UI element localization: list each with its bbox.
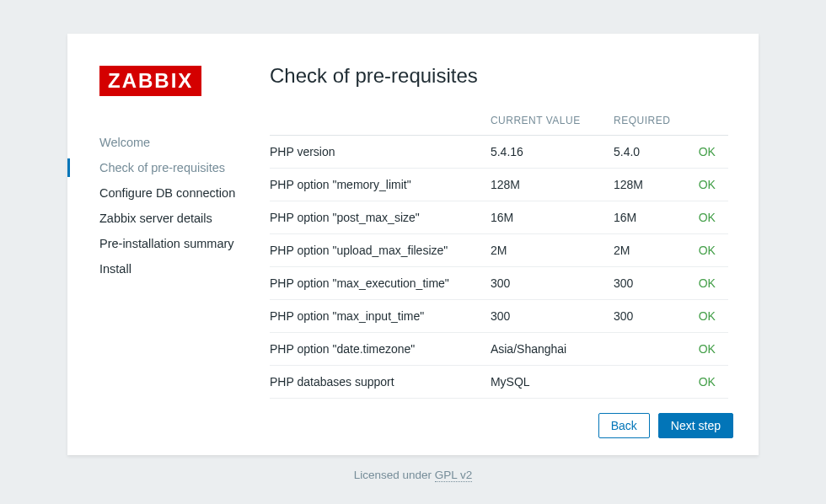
installer-card: ZABBIX WelcomeCheck of pre-requisitesCon… <box>67 34 759 455</box>
license-link[interactable]: GPL v2 <box>435 469 473 482</box>
table-row: PHP version5.4.165.4.0OK <box>270 136 728 169</box>
cell-check: PHP option "max_input_time" <box>270 300 491 333</box>
back-button[interactable]: Back <box>598 413 650 438</box>
cell-required <box>614 333 699 366</box>
cell-current-value: 300 <box>491 267 614 300</box>
cell-current-value: 2M <box>491 234 614 267</box>
license-prefix: Licensed under <box>354 469 435 481</box>
cell-check: PHP option "memory_limit" <box>270 169 491 201</box>
cell-required: 300 <box>614 267 699 300</box>
cell-check: PHP option "max_execution_time" <box>270 267 491 300</box>
cell-status: OK <box>699 169 728 201</box>
th-check <box>270 106 491 136</box>
sidebar-step[interactable]: Zabbix server details <box>99 206 263 231</box>
cell-status: OK <box>699 300 728 333</box>
cell-check: PHP version <box>270 136 491 169</box>
cell-required <box>614 366 699 399</box>
cell-current-value: 16M <box>491 201 614 234</box>
cell-status: OK <box>699 234 728 267</box>
table-row: PHP option "max_input_time"300300OK <box>270 300 728 333</box>
license-text: Licensed under GPL v2 <box>354 469 473 481</box>
prereq-table-wrap[interactable]: CURRENT VALUE REQUIRED PHP version5.4.16… <box>270 106 733 399</box>
th-current-value: CURRENT VALUE <box>491 106 614 136</box>
cell-current-value: 128M <box>491 169 614 201</box>
sidebar-step[interactable]: Welcome <box>99 130 263 155</box>
table-row: PHP option "post_max_size"16M16MOK <box>270 201 728 234</box>
cell-check: PHP databases support <box>270 366 491 399</box>
step-list: WelcomeCheck of pre-requisitesConfigure … <box>99 130 263 281</box>
sidebar: ZABBIX WelcomeCheck of pre-requisitesCon… <box>67 66 263 438</box>
next-step-button[interactable]: Next step <box>658 413 733 438</box>
sidebar-step[interactable]: Pre-installation summary <box>99 231 263 256</box>
sidebar-step[interactable]: Check of pre-requisites <box>99 155 263 180</box>
th-required: REQUIRED <box>614 106 699 136</box>
cell-required: 128M <box>614 169 699 201</box>
footer-buttons: Back Next step <box>270 399 733 438</box>
cell-status: OK <box>699 136 728 169</box>
cell-current-value: MySQL <box>491 366 614 399</box>
table-row: PHP option "max_execution_time"300300OK <box>270 267 728 300</box>
page-title: Check of pre-requisites <box>270 64 733 88</box>
table-row: PHP databases supportMySQLOK <box>270 366 728 399</box>
cell-status: OK <box>699 366 728 399</box>
cell-status: OK <box>699 201 728 234</box>
cell-current-value: Asia/Shanghai <box>491 333 614 366</box>
main-panel: Check of pre-requisites CURRENT VALUE RE… <box>263 66 733 438</box>
cell-check: PHP option "post_max_size" <box>270 201 491 234</box>
cell-required: 16M <box>614 201 699 234</box>
cell-required: 300 <box>614 300 699 333</box>
columns: ZABBIX WelcomeCheck of pre-requisitesCon… <box>67 66 733 438</box>
table-header-row: CURRENT VALUE REQUIRED <box>270 106 728 136</box>
sidebar-step[interactable]: Install <box>99 256 263 281</box>
cell-status: OK <box>699 333 728 366</box>
cell-current-value: 5.4.16 <box>491 136 614 169</box>
th-status <box>699 106 728 136</box>
cell-required: 2M <box>614 234 699 267</box>
cell-check: PHP option "upload_max_filesize" <box>270 234 491 267</box>
cell-current-value: 300 <box>491 300 614 333</box>
prereq-table: CURRENT VALUE REQUIRED PHP version5.4.16… <box>270 106 728 399</box>
brand-logo: ZABBIX <box>99 66 201 96</box>
table-row: PHP option "date.timezone"Asia/ShanghaiO… <box>270 333 728 366</box>
cell-check: PHP option "date.timezone" <box>270 333 491 366</box>
prereq-tbody: PHP version5.4.165.4.0OKPHP option "memo… <box>270 136 728 399</box>
sidebar-step[interactable]: Configure DB connection <box>99 180 263 206</box>
table-row: PHP option "memory_limit"128M128MOK <box>270 169 728 201</box>
table-row: PHP option "upload_max_filesize"2M2MOK <box>270 234 728 267</box>
cell-status: OK <box>699 267 728 300</box>
cell-required: 5.4.0 <box>614 136 699 169</box>
